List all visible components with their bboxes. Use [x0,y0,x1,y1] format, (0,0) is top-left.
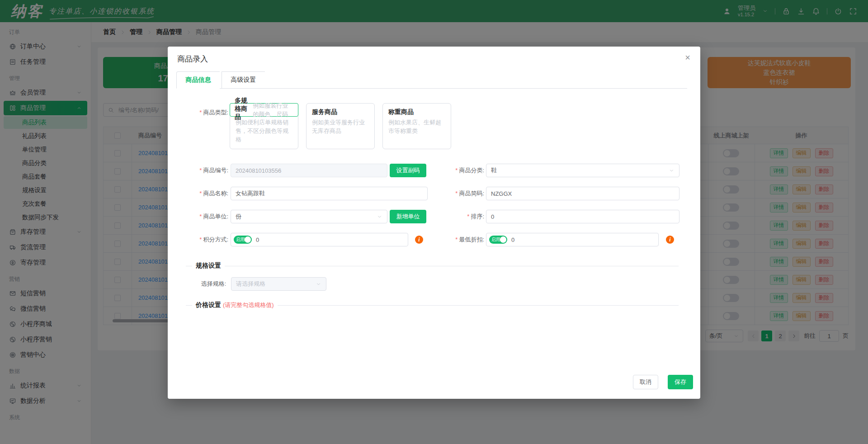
points-value[interactable]: 0 [256,236,259,243]
field-label-unit: *商品单位: [168,210,228,223]
unit-select[interactable]: 份 [231,210,387,223]
unit-value: 份 [236,213,241,221]
spec-placeholder: 请选择规格 [236,280,265,288]
discount-info-icon[interactable]: i [666,236,674,244]
discount-toggle[interactable]: 启用 [489,236,507,244]
category-value: 鞋 [491,166,497,175]
set-subcode-button[interactable]: 设置副码 [390,164,426,177]
tab-advanced-settings[interactable]: 高级设置 [222,71,265,89]
chevron-down-icon [316,281,321,287]
product-type-card[interactable]: 称重商品例如水果店、生鲜超市等称重类 [382,103,451,149]
discount-field: 启用 0 [486,233,659,246]
points-toggle[interactable]: 启用 [234,236,252,244]
product-type-title: 多规格商品 [235,97,253,121]
chevron-down-icon [669,168,675,174]
field-label-sort: *排序: [424,210,484,223]
product-type-title: 称重商品 [388,108,445,116]
product-type-card[interactable]: 多规格商品例如服装行业的颜色、尺码 [230,103,298,117]
field-label-spec: 选择规格: [168,277,226,291]
field-label-name: *商品名称: [168,187,228,200]
product-type-title: 服务商品 [312,108,369,116]
discount-value[interactable]: 0 [511,236,514,243]
field-label-category: *商品分类: [424,164,484,177]
spec-select[interactable]: 请选择规格 [231,277,326,291]
product-type-desc: 例如服装行业的颜色、尺码 [253,101,293,118]
tab-product-info[interactable]: 商品信息 [176,71,220,89]
cancel-button[interactable]: 取消 [633,375,658,389]
product-name-input[interactable] [231,187,428,200]
product-type-desc: 例如美业等服务行业无库存商品 [312,118,369,135]
field-label-points: *积分方式: [168,233,228,246]
price-section-title: 价格设置 [196,301,221,309]
dialog-title: 商品录入 [177,54,208,64]
points-info-icon[interactable]: i [415,236,423,244]
product-type-card[interactable]: 服务商品例如美业等服务行业无库存商品 [306,103,375,149]
category-select[interactable]: 鞋 [486,164,679,177]
spec-section-title: 规格设置 [196,262,221,270]
add-unit-button[interactable]: 新增单位 [390,210,426,223]
product-shortcode-input[interactable] [486,187,679,200]
sort-input[interactable] [486,210,679,223]
field-label-product-type: *商品类型: [168,106,228,119]
save-button[interactable]: 保存 [668,375,693,389]
field-label-code: *商品编号: [168,164,228,177]
product-entry-dialog: 商品录入 × 商品信息 高级设置 *商品类型: 普通商品例如便利店单规格销售，不… [168,47,700,399]
product-type-desc: 例如便利店单规格销售，不区分颜色等规格 [236,118,292,144]
field-label-shortcode: *商品简码: [424,187,484,200]
price-section-warning: (请完整勾选规格值) [223,301,274,309]
chevron-down-icon [377,214,382,220]
close-icon[interactable]: × [685,53,690,62]
product-type-desc: 例如水果店、生鲜超市等称重类 [388,118,445,135]
product-code-input: 20240810103556 [231,164,387,177]
spec-section-divider: 规格设置 [186,261,679,270]
price-section-divider: 价格设置 (请完整勾选规格值) [186,301,679,310]
dialog-tabs: 商品信息 高级设置 [176,71,687,89]
points-field: 启用 0 [231,233,408,246]
product-type-cards: 普通商品例如便利店单规格销售，不区分颜色等规格服务商品例如美业等服务行业无库存商… [230,103,451,149]
required-asterisk: * [199,109,202,116]
field-label-discount: *最低折扣: [424,233,484,246]
